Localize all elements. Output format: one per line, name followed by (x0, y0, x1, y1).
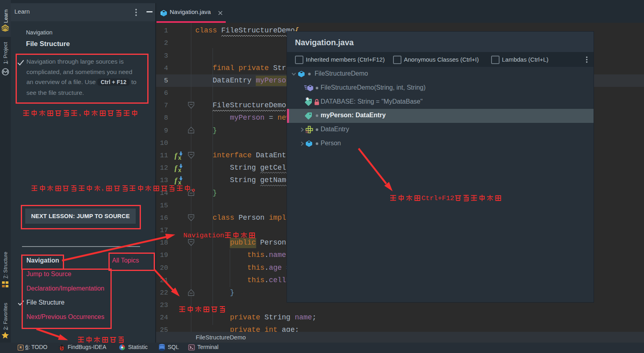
svg-text:f: f (175, 164, 178, 172)
svg-text:f: f (175, 151, 178, 160)
svg-text:f: f (175, 176, 178, 185)
